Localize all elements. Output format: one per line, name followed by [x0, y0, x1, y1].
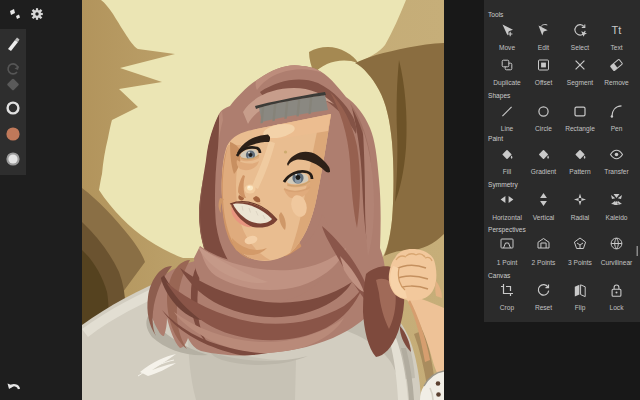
svg-text:Duplicate: Duplicate: [493, 79, 521, 87]
svg-text:Flip: Flip: [575, 304, 586, 312]
svg-text:Text: Text: [610, 44, 622, 51]
svg-text:Curvilinear: Curvilinear: [601, 259, 633, 266]
svg-text:Segment: Segment: [567, 79, 594, 87]
svg-text:1 Point: 1 Point: [497, 259, 518, 266]
svg-text:Offset: Offset: [535, 79, 553, 86]
svg-text:3 Points: 3 Points: [568, 259, 593, 266]
svg-text:Vertical: Vertical: [533, 214, 555, 221]
svg-text:Paint: Paint: [488, 135, 503, 142]
svg-text:Line: Line: [501, 125, 514, 132]
svg-text:Canvas: Canvas: [488, 272, 511, 279]
svg-text:Tools: Tools: [488, 11, 504, 18]
svg-text:2 Points: 2 Points: [532, 259, 557, 266]
svg-text:Transfer: Transfer: [604, 168, 629, 175]
svg-text:Shapes: Shapes: [488, 92, 511, 100]
svg-text:Symmetry: Symmetry: [488, 181, 518, 189]
svg-text:Crop: Crop: [500, 304, 515, 312]
svg-text:Tt: Tt: [612, 24, 622, 36]
svg-text:Kaleido: Kaleido: [606, 214, 628, 221]
svg-text:Select: Select: [571, 44, 589, 51]
svg-text:Radial: Radial: [571, 214, 590, 221]
svg-text:Circle: Circle: [535, 125, 552, 132]
svg-text:Rectangle: Rectangle: [565, 125, 595, 133]
svg-text:Fill: Fill: [503, 168, 512, 175]
svg-text:Reset: Reset: [535, 304, 552, 311]
svg-text:Remove: Remove: [604, 79, 629, 86]
svg-text:Pen: Pen: [611, 125, 623, 132]
svg-text:Pattern: Pattern: [569, 168, 591, 175]
svg-text:Perspectives: Perspectives: [488, 226, 526, 234]
svg-text:Edit: Edit: [538, 44, 550, 51]
svg-text:Gradient: Gradient: [531, 168, 556, 175]
svg-text:Horizontal: Horizontal: [492, 214, 522, 221]
svg-text:Move: Move: [499, 44, 515, 51]
svg-text:Lock: Lock: [610, 304, 625, 311]
